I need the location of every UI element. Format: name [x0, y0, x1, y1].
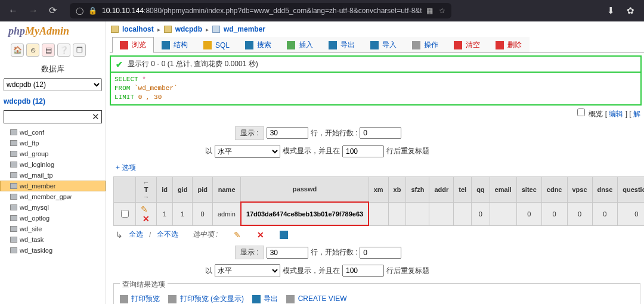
show-count-input[interactable]: [267, 127, 308, 139]
sidebar-table-wd_group[interactable]: wd_group: [0, 148, 106, 159]
home-icon[interactable]: 🏠: [11, 44, 24, 57]
current-db-link[interactable]: wdcpdb (12): [0, 94, 106, 107]
docs-icon[interactable]: ❔: [57, 44, 70, 57]
col-checkbox: [114, 176, 136, 202]
tab-icon: [454, 41, 462, 49]
mode-select[interactable]: 水平: [215, 145, 280, 158]
options-toggle[interactable]: + 选项: [110, 160, 644, 175]
col-actions[interactable]: ← T →: [136, 176, 157, 202]
col-sfzh[interactable]: sfzh: [406, 176, 429, 202]
profile-overview-label: 概览: [589, 110, 603, 118]
edit-sql-link[interactable]: 编辑: [609, 110, 623, 118]
sidebar-table-wd_member_gpw[interactable]: wd_member_gpw: [0, 191, 106, 202]
bc-server[interactable]: localhost: [122, 25, 154, 33]
print-preview-full-link[interactable]: 打印预览 (全文显示): [180, 294, 244, 303]
back-icon[interactable]: ←: [8, 6, 18, 15]
bookmark-icon[interactable]: ☆: [439, 7, 445, 15]
rows-from-label: 行，开始行数 :: [311, 128, 358, 138]
mode-suffix-2: 模式显示，并且在: [283, 266, 340, 276]
col-passwd[interactable]: passwd: [241, 176, 369, 202]
col-email[interactable]: email: [490, 176, 516, 202]
col-gid[interactable]: gid: [172, 176, 193, 202]
reload-frame-icon[interactable]: ❐: [73, 44, 86, 57]
mode-select-2[interactable]: 水平: [215, 264, 280, 277]
col-addr[interactable]: addr: [429, 176, 454, 202]
col-xb[interactable]: xb: [388, 176, 406, 202]
table-icon: [10, 151, 17, 157]
cell-gid: 1: [172, 202, 193, 225]
tab-搜索[interactable]: 搜索: [237, 37, 279, 52]
display-controls-top: 显示 : 行，开始行数 :: [110, 124, 644, 142]
export-link[interactable]: 导出: [264, 294, 278, 303]
row-checkbox[interactable]: [121, 210, 129, 218]
sidebar-table-wd_loginlog[interactable]: wd_loginlog: [0, 159, 106, 170]
col-dnsc[interactable]: dnsc: [592, 176, 618, 202]
col-tel[interactable]: tel: [454, 176, 472, 202]
sidebar-table-wd_site[interactable]: wd_site: [0, 224, 106, 234]
col-name[interactable]: name: [212, 176, 240, 202]
explain-link[interactable]: 解: [633, 110, 640, 118]
sidebar-table-wd_member[interactable]: wd_member: [0, 181, 106, 191]
table-filter-input[interactable]: [4, 110, 102, 123]
sidebar-table-wd_ftp[interactable]: wd_ftp: [0, 138, 106, 148]
profile-checkbox[interactable]: [577, 108, 585, 116]
edit-icon[interactable]: ✎: [141, 204, 148, 214]
sidebar-table-wd_task[interactable]: wd_task: [0, 234, 106, 245]
sidebar-table-wd_conf[interactable]: wd_conf: [0, 127, 106, 138]
delete-icon[interactable]: ✕: [143, 214, 150, 224]
exit-icon[interactable]: ⎋: [26, 44, 39, 57]
bc-table[interactable]: wd_member: [224, 25, 265, 33]
create-view-link[interactable]: CREATE VIEW: [298, 294, 347, 303]
logo: phpMyAdmin: [0, 21, 106, 39]
print-preview-link[interactable]: 打印预览: [131, 294, 160, 303]
forward-icon[interactable]: →: [29, 6, 38, 15]
select-all-link[interactable]: 全选: [129, 229, 143, 240]
delete-selected-icon[interactable]: ✕: [257, 230, 264, 240]
tab-操作[interactable]: 操作: [404, 37, 446, 52]
download-icon[interactable]: ⬇: [607, 5, 615, 16]
clear-filter-icon[interactable]: ✕: [92, 111, 100, 122]
table-list: wd_confwd_ftpwd_groupwd_loginlogwd_mail_…: [0, 127, 106, 256]
tab-浏览[interactable]: 浏览: [112, 37, 154, 53]
tab-导入[interactable]: 导入: [363, 37, 404, 52]
qr-icon[interactable]: ▦: [426, 7, 433, 15]
tab-插入[interactable]: 插入: [279, 37, 321, 52]
repeat-headers-input-2[interactable]: [342, 265, 384, 277]
col-pid[interactable]: pid: [193, 176, 213, 202]
tab-SQL[interactable]: SQL: [196, 37, 237, 52]
col-cdnc[interactable]: cdnc: [541, 176, 567, 202]
url-bar[interactable]: ◯ 🔒 10.10.10.144:8080/phpmyadmin/index.p…: [70, 3, 451, 18]
table-name: wd_site: [20, 225, 42, 232]
success-icon: ✔: [116, 60, 123, 69]
export-selected-icon[interactable]: [280, 231, 288, 239]
reload-icon[interactable]: ⟳: [49, 6, 57, 15]
col-question[interactable]: question: [618, 176, 644, 202]
unselect-all-link[interactable]: 全不选: [157, 229, 178, 240]
col-xm[interactable]: xm: [369, 176, 388, 202]
tab-导出[interactable]: 导出: [321, 37, 363, 52]
tab-结构[interactable]: 结构: [154, 37, 196, 52]
repeat-headers-input[interactable]: [342, 145, 384, 157]
tab-icon: [329, 41, 337, 49]
sidebar-table-wd_mail_tp[interactable]: wd_mail_tp: [0, 170, 106, 181]
tabs: 浏览结构SQL搜索插入导出导入操作清空删除: [110, 37, 644, 53]
bc-db[interactable]: wdcpdb: [175, 25, 202, 33]
extension-icon[interactable]: ✿: [627, 5, 634, 16]
sidebar-table-wd_mysql[interactable]: wd_mysql: [0, 202, 106, 213]
sql-window-icon[interactable]: ▤: [42, 44, 55, 57]
table-name: wd_mysql: [20, 204, 49, 211]
rows-from-input[interactable]: [360, 127, 401, 139]
col-qq[interactable]: qq: [472, 176, 490, 202]
rows-from-input-2[interactable]: [360, 247, 401, 259]
edit-selected-icon[interactable]: ✎: [234, 230, 241, 240]
sidebar-table-wd_tasklog[interactable]: wd_tasklog: [0, 245, 106, 256]
database-select[interactable]: wdcpdb (12): [4, 78, 102, 91]
tab-清空[interactable]: 清空: [446, 37, 488, 52]
col-vpsc[interactable]: vpsc: [567, 176, 592, 202]
shield-icon: ◯: [76, 7, 83, 15]
sidebar-table-wd_optlog[interactable]: wd_optlog: [0, 213, 106, 224]
col-sitec[interactable]: sitec: [516, 176, 541, 202]
col-id[interactable]: id: [157, 176, 173, 202]
tab-删除[interactable]: 删除: [488, 37, 530, 52]
show-count-input-2[interactable]: [267, 247, 308, 259]
